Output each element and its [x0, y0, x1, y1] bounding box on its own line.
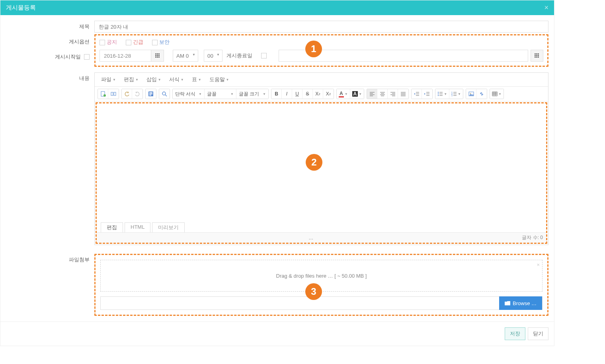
bg-color-icon[interactable]: A▼: [350, 89, 364, 99]
checkbox-secure[interactable]: 보안: [152, 39, 170, 46]
close-button[interactable]: 닫기: [528, 327, 548, 340]
editor-path: …: [100, 235, 522, 241]
svg-rect-2: [111, 92, 113, 95]
title-input[interactable]: [94, 21, 548, 33]
font-select[interactable]: 글꼴▼: [205, 89, 236, 99]
svg-text:3: 3: [451, 94, 453, 97]
menu-format[interactable]: 서식▼: [165, 74, 188, 85]
font-color-icon[interactable]: A▼: [337, 89, 350, 99]
modal-footer: 저장 닫기: [0, 321, 554, 346]
svg-point-1: [103, 94, 106, 97]
svg-rect-6: [149, 93, 152, 94]
outdent-icon[interactable]: [412, 89, 422, 99]
close-icon[interactable]: ×: [537, 262, 540, 268]
svg-rect-3: [114, 92, 116, 95]
align-center-icon[interactable]: [377, 89, 388, 99]
close-icon[interactable]: ×: [544, 4, 548, 12]
start-date-input[interactable]: [100, 50, 151, 62]
annotation-1: 1: [305, 41, 322, 57]
redo-icon[interactable]: [132, 89, 142, 99]
post-register-modal: 게시물등록 × 제목 1 공지 긴급 보안: [0, 0, 554, 346]
superscript-icon[interactable]: X2: [313, 89, 323, 99]
number-list-icon[interactable]: 123▼: [449, 89, 463, 99]
svg-point-45: [470, 93, 470, 94]
strikethrough-icon[interactable]: S: [302, 89, 313, 99]
svg-rect-46: [492, 92, 497, 96]
editor-status-bar: … 글자 수: 0: [97, 232, 546, 243]
new-doc-icon[interactable]: [98, 89, 108, 99]
bullet-list-icon[interactable]: ▼: [435, 89, 449, 99]
indent-icon[interactable]: [422, 89, 432, 99]
tab-preview[interactable]: 미리보기: [152, 222, 185, 232]
menu-help[interactable]: 도움말▼: [205, 74, 233, 85]
tab-html[interactable]: HTML: [125, 222, 150, 232]
bold-icon[interactable]: B: [271, 89, 282, 99]
align-left-icon[interactable]: [367, 89, 377, 99]
label-title: 제목: [79, 23, 90, 30]
minute-select[interactable]: 00: [204, 50, 222, 62]
label-attach: 파일첨부: [69, 256, 90, 263]
label-start-date: 게시시작일: [55, 53, 81, 60]
modal-title: 게시물등록: [6, 4, 36, 12]
checkbox-start-date[interactable]: [84, 54, 90, 60]
calendar-icon[interactable]: [151, 50, 164, 62]
subscript-icon[interactable]: X2: [323, 89, 334, 99]
modal-header: 게시물등록 ×: [0, 0, 554, 15]
tab-edit[interactable]: 편집: [101, 222, 123, 232]
select-all-icon[interactable]: [146, 89, 156, 99]
svg-point-34: [438, 93, 439, 94]
table-icon[interactable]: ▼: [490, 89, 504, 99]
save-button[interactable]: 저장: [505, 327, 525, 340]
checkbox-urgent[interactable]: 긴급: [126, 39, 143, 46]
rich-text-editor: 파일▼ 편집▼ 삽입▼ 서식▼ 표▼ 도움말▼: [94, 72, 548, 245]
browse-button[interactable]: Browse …: [499, 296, 542, 310]
align-right-icon[interactable]: [388, 89, 398, 99]
zoom-icon[interactable]: [159, 89, 170, 99]
file-drop-zone[interactable]: Drag & drop files here … [ ~ 50.00 MB ] …: [100, 260, 543, 292]
font-size-select[interactable]: 글꼴 크기▼: [236, 89, 268, 99]
svg-point-32: [438, 92, 439, 93]
ampm-select[interactable]: AM 0: [173, 50, 198, 62]
svg-line-9: [165, 95, 167, 96]
menu-table[interactable]: 표▼: [188, 74, 205, 85]
svg-rect-5: [149, 92, 152, 93]
annotation-2: 2: [306, 154, 322, 171]
menu-insert[interactable]: 삽입▼: [142, 74, 165, 85]
menu-edit[interactable]: 편집▼: [120, 74, 142, 85]
menu-file[interactable]: 파일▼: [97, 74, 120, 85]
checkbox-notice[interactable]: 공지: [100, 39, 117, 46]
paragraph-style-select[interactable]: 단락 서식▼: [173, 89, 205, 99]
label-content: 내용: [79, 75, 90, 82]
link-icon[interactable]: [476, 89, 487, 99]
italic-icon[interactable]: I: [282, 89, 292, 99]
svg-point-8: [162, 92, 166, 95]
image-icon[interactable]: [466, 89, 476, 99]
editor-menubar: 파일▼ 편집▼ 삽입▼ 서식▼ 표▼ 도움말▼: [95, 73, 548, 87]
calendar-icon[interactable]: [531, 50, 543, 62]
editor-toolbar: 단락 서식▼ 글꼴▼ 글꼴 크기▼ B I U S X2 X2: [95, 87, 548, 101]
page-break-icon[interactable]: [108, 89, 119, 99]
underline-icon[interactable]: U: [292, 89, 302, 99]
label-options: 게시옵션: [0, 38, 94, 45]
word-count: 글자 수: 0: [522, 234, 543, 241]
align-justify-icon[interactable]: [398, 89, 408, 99]
checkbox-end-date[interactable]: [261, 53, 267, 58]
folder-icon: [505, 301, 510, 306]
annotation-3: 3: [305, 283, 322, 300]
label-end-date: 게시종료일: [226, 52, 255, 59]
svg-point-36: [438, 95, 439, 96]
undo-icon[interactable]: [122, 89, 132, 99]
svg-rect-7: [149, 95, 151, 95]
